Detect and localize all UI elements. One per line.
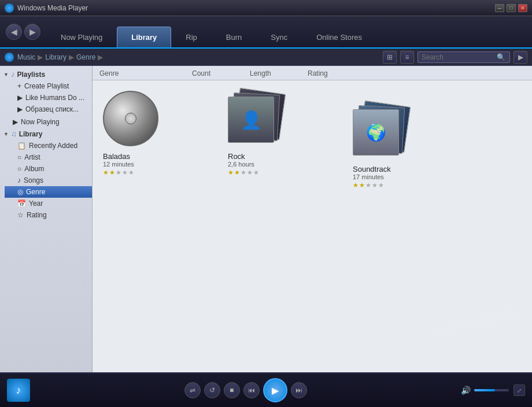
search-input[interactable] — [422, 53, 497, 61]
shuffle-button[interactable]: ⇌ — [184, 382, 201, 398]
close-button[interactable]: ✕ — [518, 4, 527, 12]
maximize-button[interactable]: □ — [507, 4, 516, 12]
breadcrumb-icon — [5, 53, 14, 62]
library-section: ▼ ♫ Library 📋 Recently Added ○ Artist ○ … — [0, 128, 92, 221]
titlebar-controls: ─ □ ✕ — [495, 4, 527, 12]
star-5: ★ — [253, 169, 259, 176]
stacked-artwork: 👤 — [228, 91, 286, 149]
star-1: ★ — [228, 169, 234, 176]
soundtrack-layer-3: 🌍 — [353, 109, 399, 156]
now-playing-label: Now Playing — [21, 118, 60, 126]
volume-slider[interactable] — [474, 389, 509, 391]
art-layer-3: 👤 — [228, 97, 274, 143]
tab-now-playing[interactable]: Now Playing — [46, 27, 117, 47]
sort-button[interactable]: ≡ — [400, 51, 414, 64]
artist-item[interactable]: ○ Artist — [5, 151, 92, 163]
create-playlist-label: Create Playlist — [24, 82, 69, 90]
search-area: ⊞ ≡ 🔍 ▶ — [383, 51, 527, 64]
playlist-2-item[interactable]: ▶ Образец списк... — [5, 103, 92, 115]
songs-item[interactable]: ♪ Songs — [5, 175, 92, 186]
star-1: ★ — [353, 182, 359, 189]
library-label: Library — [19, 130, 43, 138]
playlist-1-label: Like Humans Do ... — [25, 94, 84, 102]
app-title: Windows Media Player — [17, 4, 495, 12]
genre-grid: Baladas 12 minutes ★ ★ ★ ★ ★ — [93, 80, 532, 199]
star-1: ★ — [103, 169, 109, 176]
genre-item[interactable]: ◎ Genre — [5, 186, 92, 198]
player-album-thumb: ♪ — [7, 379, 30, 402]
star-2: ★ — [359, 182, 365, 189]
search-box: 🔍 — [418, 51, 510, 63]
sidebar: ▼ ♪ Playlists + Create Playlist ▶ Like H… — [0, 66, 93, 372]
cd-artwork — [103, 91, 158, 146]
minimize-button[interactable]: ─ — [495, 4, 504, 12]
rating-item[interactable]: ☆ Rating — [5, 209, 92, 221]
tab-online-stores[interactable]: Online Stores — [302, 27, 376, 47]
recently-added-item[interactable]: 📋 Recently Added — [5, 140, 92, 151]
app-icon — [5, 3, 14, 13]
genre-soundtrack-art: 🌍 — [353, 103, 411, 161]
repeat-button[interactable]: ↺ — [204, 382, 220, 398]
search-options-button[interactable]: ▶ — [513, 51, 527, 64]
playlists-label: Playlists — [17, 71, 45, 79]
stop-button[interactable]: ■ — [224, 382, 240, 398]
volume-fill — [474, 389, 495, 391]
album-item[interactable]: ○ Album — [5, 163, 92, 175]
star-5: ★ — [378, 182, 384, 189]
playlists-header[interactable]: ▼ ♪ Playlists — [0, 68, 92, 80]
tab-rip[interactable]: Rip — [171, 27, 212, 47]
play-button[interactable]: ▶ — [263, 378, 287, 402]
tab-library[interactable]: Library — [117, 27, 171, 47]
genre-rock-name: Rock — [228, 152, 245, 161]
playlist-2-label: Образец списк... — [25, 105, 79, 113]
star-4: ★ — [247, 169, 253, 176]
breadcrumb-music[interactable]: Music — [17, 53, 35, 61]
back-button[interactable]: ◀ — [6, 24, 22, 40]
genre-baladas[interactable]: Baladas 12 minutes ★ ★ ★ ★ ★ — [103, 91, 219, 189]
star-3: ★ — [116, 169, 121, 176]
breadcrumb-library[interactable]: Library — [45, 53, 66, 61]
main-layout: ▼ ♪ Playlists + Create Playlist ▶ Like H… — [0, 66, 532, 372]
view-toggle-button[interactable]: ⊞ — [383, 51, 397, 64]
next-button[interactable]: ⏭ — [291, 382, 307, 398]
forward-button[interactable]: ▶ — [24, 24, 40, 40]
player-expand-button[interactable]: ⤢ — [513, 384, 525, 396]
genre-soundtrack-rating: ★ ★ ★ ★ ★ — [353, 182, 384, 189]
genre-rock-art: 👤 — [228, 91, 286, 149]
breadcrumb-genre[interactable]: Genre — [76, 53, 95, 61]
genre-soundtrack-name: Soundtrack — [353, 165, 391, 173]
star-3: ★ — [241, 169, 246, 176]
col-count: Count — [192, 69, 250, 77]
playlists-sub: + Create Playlist ▶ Like Humans Do ... ▶… — [0, 80, 92, 115]
prev-button[interactable]: ⏮ — [243, 382, 260, 398]
year-item[interactable]: 📅 Year — [5, 198, 92, 209]
create-playlist-item[interactable]: + Create Playlist — [5, 80, 92, 92]
library-sub: 📋 Recently Added ○ Artist ○ Album ♪ Song… — [0, 140, 92, 221]
now-playing-item[interactable]: ▶ Now Playing — [0, 116, 92, 128]
playlist-1-item[interactable]: ▶ Like Humans Do ... — [5, 92, 92, 103]
year-label: Year — [29, 199, 43, 208]
library-header[interactable]: ▼ ♫ Library — [0, 128, 92, 140]
content-header: Genre Count Length Rating — [93, 66, 532, 80]
cd-hole — [125, 113, 136, 124]
volume-icon: 🔊 — [461, 386, 471, 395]
nav-bar: ◀ ▶ Now Playing Library Rip Burn Sync On… — [0, 16, 532, 49]
tab-sync[interactable]: Sync — [256, 27, 302, 47]
rating-label: Rating — [27, 211, 47, 219]
star-2: ★ — [234, 169, 240, 176]
genre-soundtrack-meta: 17 minutes — [353, 173, 384, 180]
tab-burn[interactable]: Burn — [212, 27, 256, 47]
content-area: Genre Count Length Rating Baladas 12 min… — [93, 66, 532, 372]
recently-added-label: Recently Added — [29, 142, 77, 150]
player-controls: ⇌ ↺ ■ ⏮ ▶ ⏭ — [35, 378, 456, 402]
player-bar: ♪ ⇌ ↺ ■ ⏮ ▶ ⏭ 🔊 ⤢ — [0, 372, 532, 407]
star-5: ★ — [128, 169, 134, 176]
genre-baladas-name: Baladas — [103, 152, 130, 161]
search-icon[interactable]: 🔍 — [497, 53, 505, 61]
genre-rock[interactable]: 👤 Rock 2,6 hours ★ ★ ★ ★ ★ — [228, 91, 343, 189]
album-label: Album — [24, 165, 44, 173]
soundtrack-figure: 🌍 — [353, 110, 398, 155]
breadcrumb-bar: Music ▶ Library ▶ Genre ▶ ⊞ ≡ 🔍 ▶ — [0, 49, 532, 66]
genre-soundtrack[interactable]: 🌍 Soundtrack 17 minutes ★ ★ ★ ★ ★ — [353, 103, 468, 189]
genre-baladas-art — [103, 91, 161, 149]
